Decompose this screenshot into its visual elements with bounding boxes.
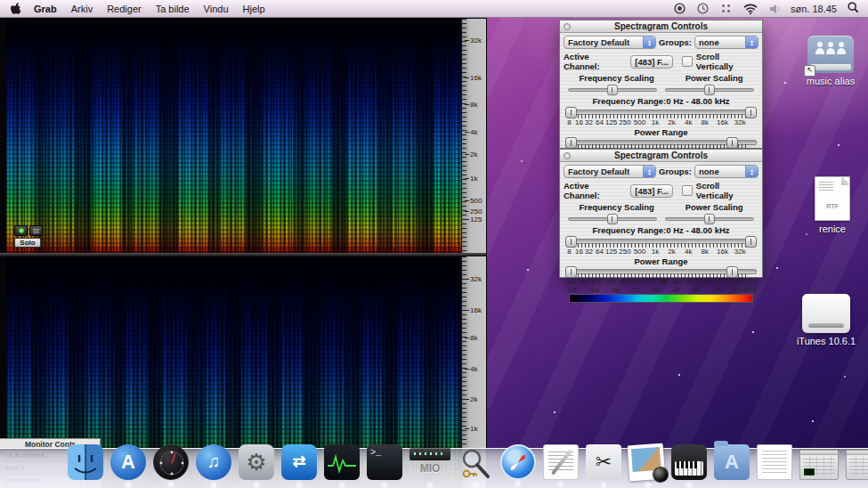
active-channel-dropdown[interactable]: [483] F...▲▼ [630,55,673,69]
preset-dropdown[interactable]: Factory Default▲▼ [564,165,656,178]
waveform-icon [324,444,360,480]
power-colorbar [569,294,753,303]
scroll-vertically-label: Scroll Vertically [696,52,758,71]
channel-enable-button[interactable] [14,225,28,236]
dock-item-textedit[interactable] [543,444,579,480]
menu-item-ta-bilde[interactable]: Ta bilde [156,4,190,14]
prompt-icon: >_ [370,448,381,458]
panel-titlebar[interactable]: Spectragram Controls [560,150,762,162]
frequency-tick-labels: 81632641252505001k2k4k8k16k32k [564,248,758,256]
dock-item-grab[interactable]: ✂ [586,444,621,480]
dock-item-dial-app[interactable] [153,444,189,480]
desktop-icon-music-alias[interactable]: ↖ music alias [795,36,866,86]
apple-icon [11,3,21,15]
menu-item-hjelp[interactable]: Hjelp [243,4,265,14]
power-scaling-slider[interactable] [665,85,754,95]
dock-item-photo-viewer[interactable] [628,443,666,482]
range-thumb-low[interactable] [565,107,577,118]
channel-controls: Solo [14,225,45,248]
slider-thumb[interactable] [704,214,715,224]
music-note-icon: ♫ [207,451,221,471]
frequency-scaling-slider[interactable] [568,85,657,95]
record-icon[interactable] [674,3,685,14]
frequency-scaling-slider[interactable] [568,214,657,224]
groups-dropdown[interactable]: none▲▼ [694,165,758,178]
dock-item-applications-folder[interactable]: A [714,444,750,480]
power-range-slider[interactable] [565,266,757,278]
preset-dropdown[interactable]: Factory Default▲▼ [564,36,656,49]
frequency-range-slider[interactable] [565,107,757,118]
active-channel-dropdown[interactable]: [483] F...▲▼ [630,184,673,198]
range-thumb-high[interactable] [745,236,757,248]
dock-item-mio-console[interactable]: MIO [410,444,450,480]
menu-item-rediger[interactable]: Rediger [107,4,142,14]
desktop: Grab Arkiv Rediger Ta bilde Vindu Hjelp … [0,0,868,488]
groups-dropdown[interactable]: none▲▼ [694,36,758,49]
frequency-range-slider[interactable] [565,236,757,248]
network-disk-icon: ↖ [807,36,854,73]
colorbar-labels: -130-64-58-52-46-40-34-28-22dbFS [564,286,758,294]
panel-titlebar[interactable]: Spectragram Controls [560,20,762,33]
dropdown-arrows-icon: ▲▼ [643,37,655,48]
range-thumb-low[interactable] [565,236,577,248]
rtf-badge: RTF [815,203,849,209]
menu-item-vindu[interactable]: Vindu [204,4,229,14]
dock-item-key-inspector[interactable] [458,444,493,480]
menu-clock[interactable]: søn. 18.45 [791,4,837,14]
dock-item-safari[interactable] [500,444,536,480]
dock-item-minimized-window-mixer[interactable] [799,450,839,480]
active-channel-label: Active Channel: [564,52,627,71]
channel-options-button[interactable] [29,225,43,236]
range-thumb-high[interactable] [726,266,738,278]
dock-item-teamviewer[interactable]: ⇄ [281,444,317,480]
power-range-slider[interactable] [565,137,757,149]
range-thumb-high[interactable] [726,137,738,149]
volume-icon[interactable] [769,4,782,14]
dock-item-itunes[interactable]: ♫ [196,444,231,480]
desktop-icon-itunes-disk[interactable]: iTunes 10.6.1 [791,294,862,346]
dock-item-activity-monitor[interactable] [324,444,360,480]
options-icon [33,229,39,233]
apple-menu[interactable] [11,3,21,15]
range-thumb-low[interactable] [565,137,577,149]
power-range-label: Power Range [634,256,687,266]
icon-label: iTunes 10.6.1 [791,336,862,346]
spaces-icon[interactable] [720,3,732,14]
spotlight-icon[interactable] [848,2,859,15]
frequency-tick-labels: 81632641252505001k2k4k8k16k32k [564,118,758,126]
dock-item-midi-keyboard[interactable] [671,444,707,480]
scroll-vertically-checkbox[interactable] [682,56,693,67]
frequency-range-label: Frequency Range: [592,225,666,235]
slider-thumb[interactable] [607,85,618,95]
finder-face-icon [68,444,103,480]
dock-item-minimized-window-itunes[interactable] [846,450,868,480]
icon-label: music alias [795,76,866,86]
power-tick-labels: -88-82-76-70-64-58-52-46-40-34-28-22-16-… [564,278,758,286]
wifi-icon[interactable] [743,4,758,14]
groups-label: Groups: [659,167,692,176]
scissors-icon: ✂ [596,451,612,473]
clock-icon[interactable] [697,3,709,14]
power-scaling-slider[interactable] [665,214,754,224]
dock-item-document-stack[interactable] [757,444,792,480]
spectragram-controls-window-1: Spectragram Controls Factory Default▲▼ G… [559,20,763,149]
app-menu-name[interactable]: Grab [34,4,57,14]
scroll-vertically-checkbox[interactable] [682,185,693,196]
dock-item-app-store[interactable]: A [110,444,146,480]
desktop-icon-renice[interactable]: RTF renice [797,176,868,234]
range-thumb-low[interactable] [565,266,577,278]
range-thumb-high[interactable] [745,107,757,118]
panel-title: Spectragram Controls [560,150,762,160]
alias-arrow-icon: ↖ [804,65,815,77]
solo-button[interactable]: Solo [14,238,41,248]
power-scaling-label: Power Scaling [685,202,743,212]
dock-item-finder[interactable] [68,444,103,480]
frequency-scaling-label: Frequency Scaling [579,73,653,83]
slider-thumb[interactable] [704,85,715,95]
menu-item-arkiv[interactable]: Arkiv [71,4,93,14]
frequency-scaling-label: Frequency Scaling [579,202,653,212]
dock-item-system-preferences[interactable]: ⚙ [239,444,274,480]
dock-item-terminal[interactable]: >_ [367,444,402,480]
frequency-range-label: Frequency Range: [592,96,666,106]
slider-thumb[interactable] [607,214,618,224]
